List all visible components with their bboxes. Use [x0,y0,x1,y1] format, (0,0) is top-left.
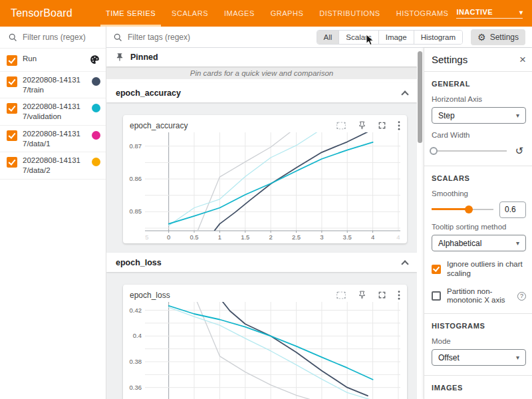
section-header-epoch-accuracy[interactable]: epoch_accuracy [106,83,417,102]
general-heading: GENERAL [432,80,526,88]
tab-graphs[interactable]: GRAPHS [263,0,311,27]
kebab-menu-icon[interactable] [398,291,400,300]
svg-text:0.4: 0.4 [133,332,142,339]
epoch-loss-chart[interactable]: 0.360.380.40.4200.511.522.533.54 [123,301,402,399]
svg-text:3: 3 [320,233,323,241]
horizontal-axis-select[interactable]: Step ▾ [432,107,526,124]
run-header-label: Run [23,54,84,64]
filter-tags-input[interactable]: Filter tags (regex) [113,33,309,42]
run-row-data-2[interactable]: 20220808-141317/data/2 [0,152,106,179]
help-icon[interactable]: ? [517,292,526,301]
ignore-outliers-row: Ignore outliers in chart scaling [432,260,526,279]
chip-histogram[interactable]: Histogram [414,31,462,44]
run-row-validation[interactable]: 20220808-141317/validation [0,98,106,125]
filter-tags-placeholder: Filter tags (regex) [128,33,190,42]
histograms-heading: HISTOGRAMS [432,322,526,330]
tab-time-series[interactable]: TIME SERIES [98,0,164,27]
run-color-dot [92,131,100,140]
selection-box-icon[interactable] [336,291,346,300]
select-all-checkbox[interactable] [7,55,17,66]
chip-scalars[interactable]: Scalars [338,31,378,44]
slider-thumb[interactable] [465,205,473,213]
chevron-down-icon: ▾ [519,9,523,16]
svg-text:0.36: 0.36 [130,384,142,391]
run-row-train[interactable]: 20220808-141317/train [0,72,106,98]
chip-image[interactable]: Image [378,31,414,44]
svg-text:0.86: 0.86 [130,175,142,182]
run-row-data-1[interactable]: 20220808-141317/data/1 [0,126,106,152]
smoothing-label: Smoothing [432,190,526,198]
svg-text:1: 1 [218,233,221,241]
filter-runs-input[interactable]: Filter runs (regex) [0,27,106,49]
settings-title: Settings [432,54,467,65]
run-label: 20220808-141317/data/1 [23,129,86,148]
divider [424,375,532,376]
images-heading: IMAGES [432,384,526,392]
run-label: 20220808-141317/train [23,75,86,94]
tensorboard-logo: TensorBoard [11,7,72,19]
fullscreen-icon[interactable] [378,291,386,299]
run-color-dot [92,104,100,112]
cards-scroll-area: Pinned Pin cards for a quick view and co… [106,48,417,399]
histogram-mode-select[interactable]: Offset ▾ [432,349,526,366]
divider [424,166,532,166]
kebab-menu-icon[interactable] [398,121,400,130]
pin-icon[interactable] [358,291,366,299]
smoothing-value-input[interactable]: 0.6 [499,201,526,218]
card-title: epoch_loss [130,291,336,300]
scalar-card-epoch-accuracy: epoch_accuracy 0.850.860.8700.511.522.53… [123,115,407,243]
pinned-title: Pinned [130,53,158,62]
chevron-down-icon: ▾ [516,354,519,361]
smoothing-slider[interactable] [432,205,493,214]
card-actions [336,121,400,130]
reload-status-select[interactable]: INACTIVE ▾ [456,8,523,19]
tab-scalars[interactable]: SCALARS [164,0,216,27]
fullscreen-icon[interactable] [378,121,386,130]
chevron-up-icon[interactable] [401,90,408,98]
pinned-empty-hint: Pin cards for a quick view and compariso… [106,66,417,83]
run-label: 20220808-141317/data/2 [23,156,86,175]
card-width-slider[interactable] [432,146,507,156]
runs-sidebar: Filter runs (regex) Run 20220808-141317/… [0,27,106,399]
settings-panel-header: Settings × [432,48,526,71]
card-actions [336,291,400,300]
card-width-row: ↺ [432,145,526,157]
section-header-epoch-loss[interactable]: epoch_loss [106,253,417,272]
partition-x-row: Partition non-monotonic X axis ? [432,287,526,306]
svg-text:0.42: 0.42 [130,307,142,314]
horizontal-axis-label: Horizontal Axis [432,95,526,103]
ignore-outliers-checkbox[interactable] [432,265,441,274]
app-header: TensorBoard TIME SERIES SCALARS IMAGES G… [0,0,532,27]
chip-all[interactable]: All [317,31,339,44]
slider-thumb[interactable] [430,147,438,155]
settings-button[interactable]: ⚙ Settings [471,29,525,45]
run-checkbox[interactable] [7,76,17,87]
filter-runs-placeholder: Filter runs (regex) [23,33,86,42]
pin-icon[interactable] [358,121,366,130]
reset-icon[interactable]: ↺ [513,145,526,157]
svg-text:0.5: 0.5 [190,233,198,241]
tab-images[interactable]: IMAGES [216,0,263,27]
tooltip-sorting-select[interactable]: Alphabetical ▾ [432,235,526,251]
selection-box-icon[interactable] [336,121,346,130]
svg-text:0: 0 [167,233,170,241]
smoothing-row: 0.6 [432,203,526,215]
chevron-up-icon[interactable] [401,260,408,267]
run-select-all-row: Run [0,49,106,72]
run-color-dot [92,77,100,86]
epoch-accuracy-chart[interactable]: 0.850.860.8700.511.522.533.5454 [123,131,402,243]
run-checkbox[interactable] [7,130,17,141]
palette-icon[interactable] [89,54,100,65]
section-title: epoch_accuracy [116,88,181,98]
run-checkbox[interactable] [7,157,17,168]
partition-x-checkbox[interactable] [432,291,441,301]
scrollbar-thumb[interactable] [418,51,422,143]
svg-text:5: 5 [145,233,148,241]
tensorboard-app: TensorBoard TIME SERIES SCALARS IMAGES G… [0,0,532,399]
tab-distributions[interactable]: DISTRIBUTIONS [311,0,388,27]
svg-text:0.87: 0.87 [130,142,142,150]
run-checkbox[interactable] [7,103,17,114]
close-icon[interactable]: × [519,54,526,65]
tab-histograms[interactable]: HISTOGRAMS [388,0,457,27]
pinned-header: Pinned [106,48,417,66]
